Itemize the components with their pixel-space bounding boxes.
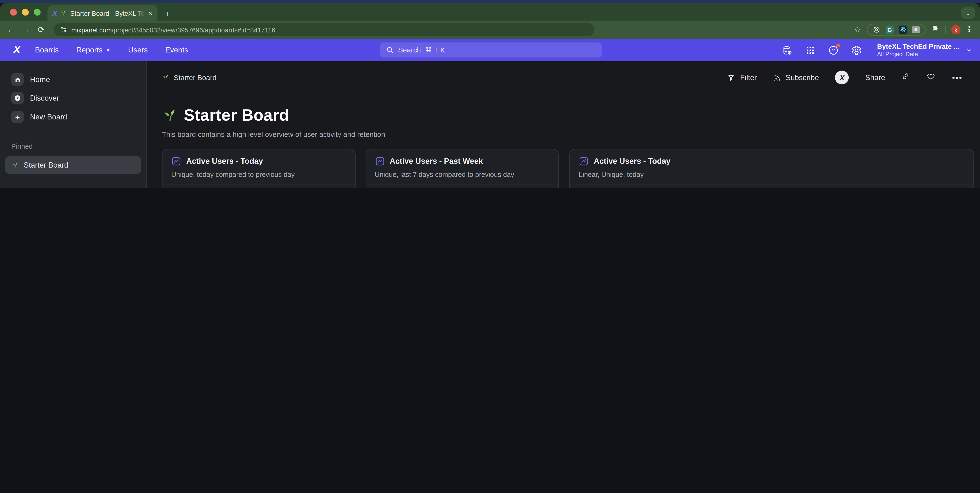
compass-icon bbox=[11, 92, 24, 104]
screenshot-extension-icon[interactable] bbox=[912, 26, 920, 33]
nav-item-users[interactable]: Users bbox=[128, 46, 148, 54]
browser-tab[interactable]: X Starter Board - ByteXL Tec × bbox=[48, 5, 158, 21]
filter-button[interactable]: Filter bbox=[728, 73, 757, 82]
help-icon[interactable]: ? bbox=[829, 45, 839, 56]
org-scope: All Project Data bbox=[877, 51, 959, 58]
seedling-icon bbox=[11, 161, 19, 169]
notification-dot bbox=[836, 43, 840, 48]
report-icon bbox=[375, 156, 385, 166]
address-bar[interactable]: mixpanel.com/project/3455032/view/395769… bbox=[54, 23, 594, 36]
subscribe-button[interactable]: Subscribe bbox=[773, 73, 819, 82]
nav-item-boards[interactable]: Boards bbox=[35, 46, 59, 54]
plus-icon: + bbox=[11, 111, 24, 123]
tab-strip: X Starter Board - ByteXL Tec × + ⌄ bbox=[0, 3, 980, 21]
more-options-icon[interactable]: ••• bbox=[952, 73, 963, 82]
browser-profile-avatar[interactable]: k bbox=[951, 25, 961, 34]
sidebar-item-discover[interactable]: Discover bbox=[5, 89, 141, 108]
react-devtools-extension-icon[interactable] bbox=[899, 26, 907, 34]
favorite-heart-icon[interactable] bbox=[926, 72, 935, 83]
report-icon bbox=[579, 156, 589, 166]
sidebar-board-starter[interactable]: Starter Board bbox=[5, 156, 141, 174]
filter-funnel-icon bbox=[728, 73, 736, 81]
url-domain: mixpanel.com bbox=[71, 26, 112, 33]
mixpanel-favicon: X bbox=[52, 9, 57, 16]
seedling-icon bbox=[60, 9, 67, 16]
site-info-icon[interactable] bbox=[60, 26, 67, 33]
tab-title: Starter Board - ByteXL Tec bbox=[70, 9, 145, 16]
chevron-down-icon bbox=[966, 46, 973, 53]
page-title: Starter Board bbox=[184, 106, 290, 125]
window-controls[interactable] bbox=[10, 9, 40, 16]
forward-button[interactable]: → bbox=[20, 25, 32, 34]
back-button[interactable]: ← bbox=[5, 25, 18, 34]
browser-menu-icon[interactable]: ••• bbox=[966, 27, 972, 33]
org-name: ByteXL TechEd Private ... bbox=[877, 42, 959, 51]
nav-item-reports[interactable]: Reports▼ bbox=[76, 46, 111, 54]
sidebar-item-new-board[interactable]: + New Board bbox=[5, 108, 141, 126]
extensions-puzzle-icon[interactable] bbox=[931, 24, 939, 35]
url-path: /project/3455032/view/3957696/app/boards… bbox=[112, 26, 275, 33]
tab-search-chevron-icon[interactable]: ⌄ bbox=[961, 7, 975, 19]
settings-gear-icon[interactable] bbox=[851, 45, 862, 56]
card-active-users-today[interactable]: Active Users - Today Unique, today compa… bbox=[162, 149, 355, 188]
board-header: Starter Board This board contains a high… bbox=[147, 94, 980, 138]
rss-icon bbox=[773, 73, 781, 81]
new-tab-button[interactable]: + bbox=[165, 8, 170, 21]
mixpanel-navbar: X Boards Reports▼ Users Events Search ⌘ … bbox=[0, 39, 980, 61]
close-window-button[interactable] bbox=[10, 9, 17, 16]
minimize-window-button[interactable] bbox=[22, 9, 29, 16]
bookmark-star-icon[interactable]: ☆ bbox=[854, 25, 861, 34]
seedling-icon bbox=[162, 74, 169, 81]
report-icon bbox=[171, 156, 181, 166]
search-input[interactable]: Search ⌘ + K bbox=[380, 43, 602, 57]
pinned-extensions: G bbox=[867, 24, 926, 36]
browser-toolbar: ← → ⟳ mixpanel.com/project/3455032/view/… bbox=[0, 21, 980, 39]
tab-close-icon[interactable]: × bbox=[148, 9, 152, 16]
collaborator-avatar[interactable]: X bbox=[835, 71, 849, 84]
orbit-extension-icon[interactable] bbox=[872, 26, 881, 34]
card-active-users-linear[interactable]: Active Users - Today Linear, Unique, tod… bbox=[570, 149, 974, 188]
search-icon bbox=[386, 46, 394, 54]
window-top-strip bbox=[0, 0, 980, 3]
home-icon bbox=[11, 73, 24, 86]
org-switcher[interactable]: ByteXL TechEd Private ... All Project Da… bbox=[877, 42, 972, 58]
sidebar-item-home[interactable]: Home bbox=[5, 70, 141, 89]
chevron-down-icon: ▼ bbox=[106, 47, 111, 53]
board-toolbar: Starter Board Filter Subscribe X Share bbox=[147, 61, 980, 94]
copy-link-icon[interactable] bbox=[901, 72, 910, 83]
grammarly-extension-icon[interactable]: G bbox=[886, 26, 894, 34]
board-description: This board contains a high level overvie… bbox=[162, 130, 965, 138]
apps-grid-icon[interactable] bbox=[805, 45, 816, 56]
zoom-window-button[interactable] bbox=[34, 9, 41, 16]
toolbar-separator bbox=[945, 25, 946, 34]
reload-button[interactable]: ⟳ bbox=[35, 25, 48, 34]
share-button[interactable]: Share bbox=[865, 73, 885, 82]
seedling-icon bbox=[162, 108, 178, 123]
card-active-users-past-week[interactable]: Active Users - Past Week Unique, last 7 … bbox=[365, 149, 559, 188]
nav-item-events[interactable]: Events bbox=[165, 46, 188, 54]
main-content: Starter Board Filter Subscribe X Share bbox=[147, 61, 980, 188]
breadcrumb[interactable]: Starter Board bbox=[162, 74, 216, 81]
screen: X Starter Board - ByteXL Tec × + ⌄ ← → ⟳… bbox=[0, 0, 980, 188]
browser-chrome: X Starter Board - ByteXL Tec × + ⌄ ← → ⟳… bbox=[0, 3, 980, 39]
sidebar: Home Discover + New Board Pinned Starter… bbox=[0, 61, 147, 188]
pinned-section-label: Pinned bbox=[5, 143, 141, 150]
svg-text:?: ? bbox=[832, 48, 835, 52]
mixpanel-logo[interactable]: X bbox=[7, 44, 26, 56]
data-management-icon[interactable] bbox=[782, 45, 793, 56]
